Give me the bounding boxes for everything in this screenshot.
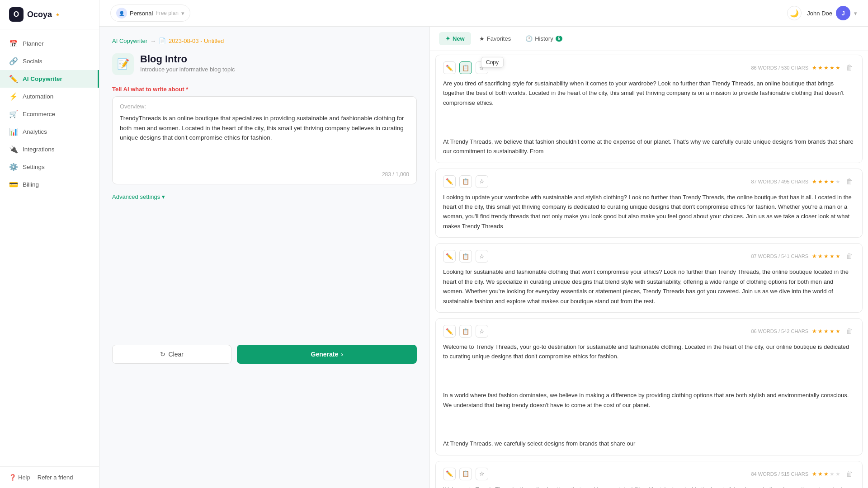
topbar: 👤 Personal Free plan ▾ 🌙 John Doe J ▾ (99, 0, 868, 27)
result-text: Welcome to Trendy Threads, your go-to de… (443, 342, 855, 449)
breadcrumb: AI Copywriter → 📄 2023-08-03 - Untitled (112, 38, 417, 44)
user-menu-chevron[interactable]: ▾ (854, 10, 857, 17)
copy-button[interactable]: 📋 (459, 175, 472, 188)
sidebar-item-analytics[interactable]: 📊 Analytics (0, 123, 99, 141)
delete-button[interactable]: 🗑 (844, 62, 855, 73)
delete-button[interactable]: 🗑 (844, 176, 855, 187)
copy-button[interactable]: 📋 (459, 250, 472, 263)
star-filled: ★ (812, 178, 817, 185)
main-content: 👤 Personal Free plan ▾ 🌙 John Doe J ▾ AI… (99, 0, 868, 488)
sidebar-item-label: Billing (23, 181, 39, 188)
sidebar-item-automation[interactable]: ⚡ Automation (0, 88, 99, 105)
delete-button[interactable]: 🗑 (844, 469, 855, 479)
result-text: Looking to update your wardrobe with sus… (443, 192, 855, 231)
textarea-field[interactable]: TrendyThreads is an online boutique that… (120, 113, 409, 168)
star-filled: ★ (818, 178, 823, 185)
favorite-button[interactable]: ☆ (476, 325, 488, 338)
advanced-settings-toggle[interactable]: Advanced settings ▾ (112, 193, 417, 200)
result-stars: ★★★★★ (812, 328, 840, 334)
new-tab-icon: ✦ (445, 35, 450, 42)
theme-toggle-button[interactable]: 🌙 (787, 6, 802, 20)
edit-button[interactable]: ✏️ (443, 250, 456, 263)
history-tab-icon: 🕐 (525, 35, 533, 42)
copy-tooltip: Copy (481, 57, 504, 68)
automation-icon: ⚡ (9, 92, 18, 101)
delete-button[interactable]: 🗑 (844, 326, 855, 337)
star-filled: ★ (835, 328, 840, 334)
favorite-button[interactable]: ☆ (476, 250, 488, 263)
result-card: ✏️ 📋 ☆ 86 WORDS / 542 CHARS ★★★★★ 🗑 Welc… (435, 318, 863, 455)
help-button[interactable]: ❓ Help (9, 474, 30, 481)
result-text: Are you tired of sacrificing style for s… (443, 79, 855, 156)
star-filled: ★ (824, 178, 829, 185)
delete-button[interactable]: 🗑 (844, 251, 855, 262)
history-tab-label: History (535, 35, 553, 42)
breadcrumb-separator: → (150, 38, 156, 44)
refer-friend-button[interactable]: Refer a friend (38, 474, 73, 481)
result-actions: ✏️ Copy 📋 ☆ 86 WORDS / 530 CHARS ★★★★★ 🗑 (443, 61, 855, 74)
star-filled: ★ (818, 328, 823, 334)
logo-star: ★ (56, 12, 60, 17)
content-area: AI Copywriter → 📄 2023-08-03 - Untitled … (99, 27, 868, 488)
clear-button[interactable]: ↻ Clear (112, 345, 231, 364)
chevron-down-icon: ▾ (162, 193, 165, 200)
topbar-left: 👤 Personal Free plan ▾ (110, 5, 190, 22)
star-empty: ★ (835, 178, 840, 185)
result-card: ✏️ 📋 ☆ 87 WORDS / 495 CHARS ★★★★★ 🗑 Look… (435, 169, 863, 238)
bottom-actions: ↻ Clear Generate › (112, 345, 417, 364)
star-filled: ★ (818, 253, 823, 259)
page-icon: 📝 (112, 53, 134, 75)
copy-button[interactable]: 📋 (459, 468, 472, 480)
edit-button[interactable]: ✏️ (443, 325, 456, 338)
sidebar-item-label: Analytics (23, 128, 47, 135)
sidebar-item-integrations[interactable]: 🔌 Integrations (0, 141, 99, 158)
star-empty: ★ (835, 471, 840, 477)
tab-new[interactable]: ✦New (439, 32, 471, 45)
copy-button[interactable]: 📋 (459, 325, 472, 338)
page-title: Blog Intro (140, 53, 235, 65)
edit-button[interactable]: ✏️ (443, 468, 456, 480)
star-filled: ★ (830, 65, 835, 71)
account-type: Personal (130, 10, 153, 17)
char-count: 283 / 1,000 (120, 171, 409, 178)
generate-button[interactable]: Generate › (237, 345, 417, 364)
sidebar-item-planner[interactable]: 📅 Planner (0, 35, 99, 52)
page-subtitle: Introduce your informative blog topic (140, 66, 235, 73)
result-meta: 87 WORDS / 541 CHARS (751, 253, 808, 259)
edit-button[interactable]: ✏️ (443, 61, 456, 74)
topbar-right: 🌙 John Doe J ▾ (787, 6, 857, 20)
sidebar-item-settings[interactable]: ⚙️ Settings (0, 158, 99, 176)
breadcrumb-ai-copywriter[interactable]: AI Copywriter (112, 38, 147, 44)
account-selector[interactable]: 👤 Personal Free plan ▾ (110, 5, 190, 22)
user-avatar: J (836, 6, 850, 20)
sidebar-item-ai-copywriter[interactable]: ✏️ AI Copywriter (0, 70, 99, 88)
favorite-button[interactable]: ☆ (476, 468, 488, 480)
page-header-text: Blog Intro Introduce your informative bl… (140, 53, 235, 73)
sidebar-item-ecommerce[interactable]: 🛒 Ecommerce (0, 105, 99, 123)
result-text: Looking for sustainable and fashionable … (443, 267, 855, 306)
page-header: 📝 Blog Intro Introduce your informative … (112, 53, 417, 75)
tab-favorites[interactable]: ★Favorites (473, 32, 517, 45)
left-panel: AI Copywriter → 📄 2023-08-03 - Untitled … (99, 27, 429, 488)
ai-copywriter-icon: ✏️ (9, 75, 18, 83)
star-filled: ★ (812, 328, 817, 334)
star-filled: ★ (824, 328, 829, 334)
result-meta: 84 WORDS / 515 CHARS (751, 471, 808, 477)
favorite-button[interactable]: ☆ (476, 175, 488, 188)
sidebar-item-billing[interactable]: 💳 Billing (0, 176, 99, 193)
edit-button[interactable]: ✏️ (443, 175, 456, 188)
result-meta: 86 WORDS / 530 CHARS (751, 65, 808, 70)
new-tab-label: New (453, 35, 465, 42)
tab-history[interactable]: 🕐History5 (519, 32, 569, 45)
star-filled: ★ (835, 253, 840, 259)
sidebar-item-socials[interactable]: 🔗 Socials (0, 52, 99, 70)
star-filled: ★ (835, 65, 840, 71)
result-meta: 87 WORDS / 495 CHARS (751, 179, 808, 184)
star-filled: ★ (830, 253, 835, 259)
form-label: Tell AI what to write about * (112, 86, 417, 93)
star-filled: ★ (812, 471, 817, 477)
logo-icon: O (9, 7, 24, 22)
account-plan: Free plan (156, 10, 179, 16)
copy-button[interactable]: 📋 (459, 61, 472, 74)
socials-icon: 🔗 (9, 57, 18, 66)
